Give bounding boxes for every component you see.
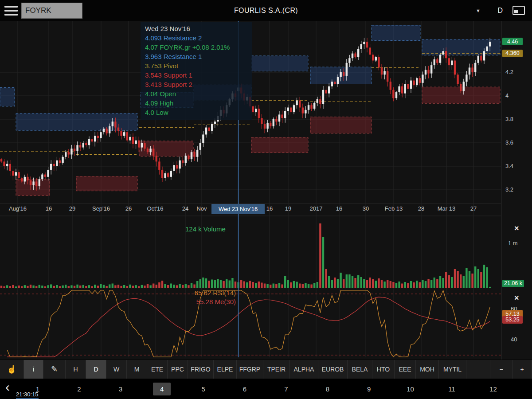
y-axis-label: 3.2: [505, 186, 513, 193]
last-price-badge: 4.46: [502, 38, 523, 45]
symbol-tpeir-button[interactable]: TPEIR: [263, 360, 290, 379]
y-axis-label: 4: [505, 92, 509, 99]
x-axis-label: 16: [266, 205, 273, 212]
zoom-out-button[interactable]: −: [490, 360, 512, 379]
page-number-2[interactable]: 2: [70, 383, 88, 395]
interval-d-button[interactable]: D: [86, 360, 106, 379]
x-axis-label: 16: [46, 205, 52, 212]
rsi-cursor-label: 65.62 RSI(14): [164, 289, 236, 297]
pager-bar: ‹ 21:30:15 123456789101112: [0, 379, 532, 399]
hand-icon: ☝: [7, 364, 16, 374]
x-axis-label: Sep'16: [92, 205, 110, 212]
volume-bars: [0, 223, 491, 288]
screen-layout-icon[interactable]: [512, 6, 525, 15]
symbol-elpe-button[interactable]: ELPE: [214, 360, 237, 379]
x-axis-label: Feb 13: [385, 205, 403, 212]
page-number-1[interactable]: 1: [29, 383, 47, 395]
back-chevron-icon[interactable]: ‹: [5, 379, 10, 395]
interval-m-button[interactable]: M: [127, 360, 147, 379]
rsi-ma-cursor-label: 55.28 Me(30): [164, 298, 236, 305]
page-number-12[interactable]: 12: [484, 383, 502, 395]
interval-indicator[interactable]: D: [494, 5, 506, 16]
symbol-alpha-button[interactable]: ALPHA: [290, 360, 318, 379]
x-axis-label: 16: [336, 205, 342, 212]
legend-row: 4.0 Low: [145, 108, 248, 117]
trading-app: FOURLIS S.A.(CR) ▼ D Wed 23 Nov'164.093 …: [0, 0, 532, 399]
symbol-mytil-button[interactable]: MYTIL: [439, 360, 466, 379]
legend-row: 3.413 Support 2: [145, 80, 248, 89]
legend-row: 4.04 Open: [145, 89, 248, 98]
volume-scale-label: 1 m: [508, 240, 518, 246]
rsi-layer: [0, 290, 501, 357]
page-number-8[interactable]: 8: [319, 383, 336, 395]
last-volume-badge: 21.06 k: [502, 280, 524, 287]
page-number-10[interactable]: 10: [402, 383, 419, 395]
page-number-7[interactable]: 7: [277, 383, 295, 395]
legend-row: 3.963 Resistance 1: [145, 52, 248, 61]
x-axis-label: 30: [363, 205, 369, 212]
y-axis-label: 4.2: [505, 69, 513, 75]
draw-tool-pencil-icon[interactable]: ✎: [43, 360, 66, 379]
symbol-ete-button[interactable]: ETE: [147, 360, 168, 379]
symbol-ffgrp-button[interactable]: FFGRP: [237, 360, 263, 379]
info-tool-button[interactable]: i: [24, 360, 43, 379]
crosshair-date-label: Wed 23 Nov'16: [211, 204, 265, 214]
x-axis-label: Oct'16: [147, 205, 163, 212]
x-axis-label: 2017: [310, 205, 323, 212]
symbol-eee-button[interactable]: EEE: [395, 360, 416, 379]
legend-row: 4.07 FOYRK.gr +0.08 2.01%: [145, 43, 248, 52]
legend-row: 4.09 High: [145, 98, 248, 108]
rsi-panel-close-icon[interactable]: ×: [514, 294, 519, 301]
chart-canvas[interactable]: [0, 21, 532, 360]
symbol-eurob-button[interactable]: EUROB: [318, 360, 348, 379]
symbol-moh-button[interactable]: MOH: [416, 360, 439, 379]
pivot-price-badge: 4.360: [502, 50, 523, 57]
page-number-11[interactable]: 11: [443, 383, 461, 395]
symbol-bela-button[interactable]: BELA: [348, 360, 372, 379]
rsi-lower-tick-label: 40: [511, 336, 517, 343]
page-number-5[interactable]: 5: [195, 383, 212, 395]
symbol-hto-button[interactable]: HTO: [372, 360, 395, 379]
top-bar: FOURLIS S.A.(CR) ▼ D: [0, 0, 532, 21]
y-axis-label: 3.4: [505, 163, 513, 169]
interval-w-button[interactable]: W: [106, 360, 127, 379]
x-axis-label: 27: [470, 205, 477, 212]
y-axis-label: 3.6: [505, 139, 513, 146]
ticker-input[interactable]: [21, 3, 82, 19]
chart-area: Wed 23 Nov'164.093 Resistance 24.07 FOYR…: [0, 21, 532, 360]
chevron-down-icon[interactable]: ▼: [473, 5, 483, 16]
pan-tool-hand-icon[interactable]: ☝: [0, 360, 24, 379]
symbol-ppc-button[interactable]: PPC: [168, 360, 188, 379]
zoom-in-button[interactable]: +: [512, 360, 532, 379]
x-axis-label: 24: [182, 205, 188, 212]
page-number-4[interactable]: 4: [153, 383, 171, 395]
page-number-9[interactable]: 9: [360, 383, 378, 395]
x-axis-label: Nov: [196, 205, 207, 212]
x-axis-label: 19: [285, 205, 291, 212]
x-axis-label: 29: [69, 205, 75, 212]
legend-row: 3.753 Pivot: [145, 61, 248, 70]
x-axis-label: 26: [125, 205, 132, 212]
legend-row: 4.093 Resistance 2: [145, 33, 248, 43]
bottom-toolbar: ☝i✎HDWMETEPPCFRIGOELPEFFGRPTPEIRALPHAEUR…: [0, 360, 532, 379]
y-axis-label: 3.8: [505, 116, 513, 122]
x-axis-label: Aug'16: [9, 205, 27, 212]
legend-date: Wed 23 Nov'16: [145, 24, 248, 33]
toolbar-spacer: [466, 360, 490, 379]
symbol-frigo-button[interactable]: FRIGO: [188, 360, 214, 379]
x-axis-label: 28: [418, 205, 424, 212]
ohlc-legend: Wed 23 Nov'164.093 Resistance 24.07 FOYR…: [141, 22, 252, 120]
page-number-3[interactable]: 3: [112, 383, 129, 395]
pencil-icon: ✎: [51, 364, 58, 374]
volume-cursor-label: 124 k Volume: [185, 225, 226, 233]
page-number-6[interactable]: 6: [236, 383, 254, 395]
rsi-ma-badge: 53.25: [502, 316, 523, 324]
x-axis-label: Mar 13: [438, 205, 455, 212]
legend-row: 3.543 Support 1: [145, 70, 248, 80]
interval-h-button[interactable]: H: [66, 360, 86, 379]
volume-panel-close-icon[interactable]: ×: [514, 225, 519, 232]
menu-icon[interactable]: [4, 6, 18, 16]
